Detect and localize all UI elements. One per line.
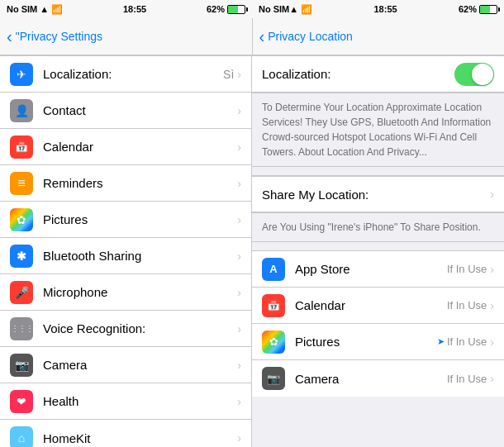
- carrier-right: No SIM▲: [259, 4, 298, 14]
- battery-percent-right: 62%: [459, 4, 477, 14]
- health-icon: ❤: [10, 390, 33, 413]
- app-item-appstore[interactable]: A App Store If In Use ›: [252, 251, 504, 288]
- toggle-knob: [472, 64, 493, 85]
- camera-app-icon: 📷: [262, 367, 285, 390]
- status-left-battery: 62%: [207, 4, 245, 14]
- calendar-app-status: If In Use: [447, 299, 487, 311]
- chevron-calendar-icon: ›: [237, 140, 241, 154]
- app-item-calendar[interactable]: 📅 Calendar If In Use ›: [252, 288, 504, 324]
- list-item-pictures[interactable]: ✿ Pictures ›: [0, 202, 251, 238]
- pictures-app-status: ➤ If In Use: [437, 335, 487, 348]
- location-arrow-icon: ➤: [437, 336, 445, 347]
- localization-value: Sì: [223, 68, 234, 81]
- list-item-localization[interactable]: ✈ Localization: Sì ›: [0, 56, 251, 93]
- share-location-item[interactable]: Share My Location: ›: [252, 176, 504, 212]
- reminders-icon: ≡: [10, 172, 33, 195]
- chevron-contact-icon: ›: [237, 104, 241, 117]
- chevron-reminders-icon: ›: [237, 177, 241, 190]
- contact-icon: 👤: [10, 99, 33, 122]
- localization-toggle-item[interactable]: Localization:: [252, 56, 504, 93]
- description-text: To Determine Your Location Approximate L…: [262, 102, 491, 158]
- chevron-pictures-icon: ›: [237, 213, 241, 226]
- microphone-label: Microphone: [43, 285, 237, 299]
- status-bar-left: No SIM ▲ 📶 18:55 62%: [0, 0, 252, 18]
- pictures-status-text: If In Use: [447, 335, 487, 348]
- right-panel: Localization: To Determine Your Location…: [252, 55, 504, 447]
- list-item-bluetooth[interactable]: ✱ Bluetooth Sharing ›: [0, 238, 251, 274]
- location-description: To Determine Your Location Approximate L…: [252, 93, 504, 167]
- appstore-name: App Store: [295, 262, 447, 276]
- chevron-share-icon: ›: [490, 188, 494, 201]
- app-item-pictures[interactable]: ✿ Pictures ➤ If In Use ›: [252, 324, 504, 360]
- calendar-status-text: If In Use: [447, 299, 487, 311]
- status-bar-right: No SIM▲ 📶 18:55 62%: [252, 0, 504, 18]
- battery-icon-left: [227, 5, 245, 14]
- chevron-bluetooth-icon: ›: [237, 250, 241, 263]
- main-content: ✈ Localization: Sì › 👤 Contact › 📅 Calen…: [0, 55, 504, 447]
- calendar-label: Calendar: [43, 140, 237, 154]
- localization-toggle-section: Localization:: [252, 55, 504, 93]
- chevron-pictures-app-icon: ›: [490, 335, 494, 349]
- chevron-voice-icon: ›: [237, 322, 241, 335]
- homekit-icon: ⌂: [10, 426, 33, 447]
- wifi-icon-right: 📶: [301, 4, 312, 15]
- battery-percent-left: 62%: [207, 4, 225, 14]
- camera-app-name: Camera: [295, 372, 447, 386]
- chevron-camera-app-icon: ›: [490, 372, 494, 385]
- carrier-left: No SIM: [7, 4, 37, 14]
- localization-icon: ✈: [10, 63, 33, 86]
- back-button-right[interactable]: ‹ Privacy Location: [259, 28, 353, 45]
- calendar-app-icon: 📅: [262, 294, 285, 317]
- appstore-status-text: If In Use: [447, 263, 487, 275]
- chevron-camera-icon: ›: [237, 359, 241, 372]
- signal-icon: ▲: [40, 4, 49, 14]
- pictures-label: Pictures: [43, 212, 237, 226]
- wifi-icon-left: 📶: [51, 4, 63, 15]
- time-right: 18:55: [374, 4, 397, 14]
- appstore-icon: A: [262, 258, 285, 281]
- list-item-voice[interactable]: ⋮⋮⋮ Voice Recognition: ›: [0, 311, 251, 347]
- status-left-info: No SIM ▲ 📶: [7, 4, 63, 15]
- list-item-contact[interactable]: 👤 Contact ›: [0, 93, 251, 129]
- camera-status-text: If In Use: [447, 373, 487, 385]
- chevron-calendar-app-icon: ›: [490, 299, 494, 312]
- nav-bar-left-panel: ‹ "Privacy Settings: [0, 18, 253, 55]
- microphone-icon: 🎤: [10, 281, 33, 304]
- list-item-microphone[interactable]: 🎤 Microphone ›: [0, 274, 251, 311]
- localization-toggle[interactable]: [454, 63, 494, 86]
- back-button-left[interactable]: ‹ "Privacy Settings: [7, 28, 102, 45]
- chevron-microphone-icon: ›: [237, 286, 241, 299]
- share-description-text: Are You Using "Irene's iPhone" To Share …: [262, 221, 481, 233]
- status-bar-row: No SIM ▲ 📶 18:55 62% No SIM▲ 📶 18:55 62%: [0, 0, 504, 18]
- chevron-back-icon-right: ‹: [259, 28, 265, 45]
- time-left: 18:55: [123, 4, 146, 14]
- list-item-reminders[interactable]: ≡ Reminders ›: [0, 165, 251, 202]
- list-item-camera[interactable]: 📷 Camera ›: [0, 347, 251, 383]
- camera-app-status: If In Use: [447, 373, 487, 385]
- bluetooth-icon: ✱: [10, 245, 33, 268]
- appstore-status: If In Use: [447, 263, 487, 275]
- bluetooth-label: Bluetooth Sharing: [43, 249, 237, 263]
- contact-label: Contact: [43, 103, 237, 117]
- camera-label: Camera: [43, 358, 237, 372]
- status-right-battery: 62%: [459, 4, 497, 14]
- status-right-info: No SIM▲ 📶: [259, 4, 312, 15]
- health-label: Health: [43, 394, 237, 408]
- list-item-homekit[interactable]: ⌂ HomeKit ›: [0, 420, 251, 447]
- app-item-camera[interactable]: 📷 Camera If In Use ›: [252, 360, 504, 397]
- battery-icon-right: [479, 5, 497, 14]
- pictures-app-name: Pictures: [295, 335, 437, 349]
- app-list-section: A App Store If In Use › 📅 Calendar If In…: [252, 250, 504, 397]
- localization-right-label: Localization:: [262, 67, 454, 81]
- list-item-health[interactable]: ❤ Health ›: [0, 383, 251, 420]
- calendar-app-name: Calendar: [295, 298, 447, 312]
- list-item-calendar[interactable]: 📅 Calendar ›: [0, 129, 251, 165]
- chevron-homekit-icon: ›: [237, 431, 241, 445]
- nav-bar-row: ‹ "Privacy Settings ‹ Privacy Location: [0, 18, 504, 55]
- chevron-localization-icon: ›: [237, 68, 241, 81]
- pictures-app-icon: ✿: [262, 330, 285, 354]
- back-label-right: Privacy Location: [268, 30, 353, 43]
- chevron-appstore-icon: ›: [490, 263, 494, 276]
- homekit-label: HomeKit: [43, 431, 237, 445]
- pictures-icon: ✿: [10, 208, 33, 231]
